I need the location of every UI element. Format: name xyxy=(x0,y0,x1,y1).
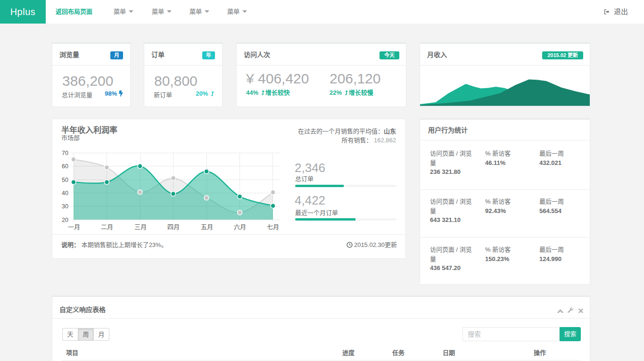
svg-text:50: 50 xyxy=(62,177,68,183)
svg-text:三月: 三月 xyxy=(134,223,147,230)
svg-text:30: 30 xyxy=(62,203,68,210)
svg-text:四月: 四月 xyxy=(167,223,180,230)
svg-text:60: 60 xyxy=(62,163,68,170)
svg-text:七月: 七月 xyxy=(267,223,279,230)
svg-text:20: 20 xyxy=(62,217,68,223)
svg-text:五月: 五月 xyxy=(201,223,213,230)
svg-text:40: 40 xyxy=(62,190,68,197)
svg-text:一月: 一月 xyxy=(68,223,80,230)
svg-text:二月: 二月 xyxy=(101,223,113,230)
svg-text:70: 70 xyxy=(62,150,68,156)
svg-text:六月: 六月 xyxy=(234,223,246,230)
